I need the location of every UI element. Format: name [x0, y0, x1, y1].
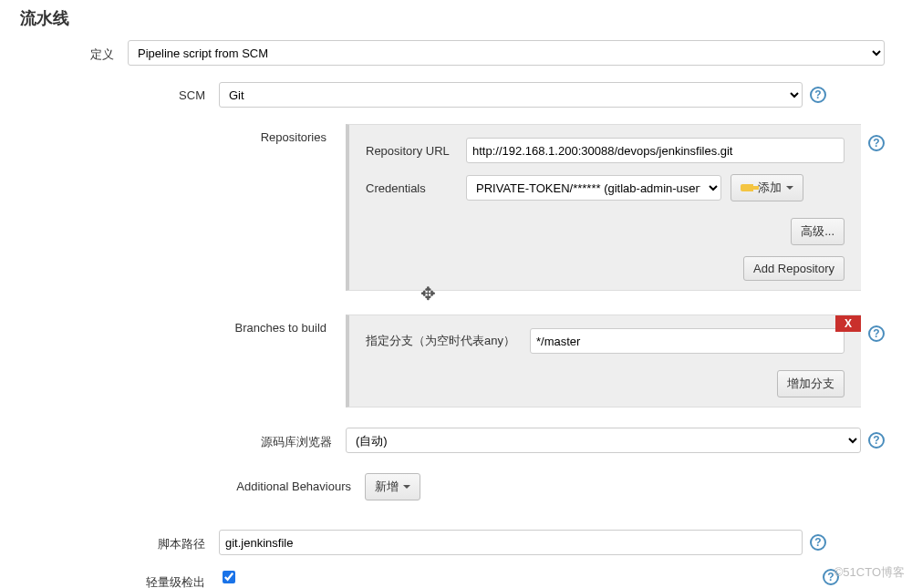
help-icon[interactable]: ?: [868, 135, 885, 151]
help-icon[interactable]: ?: [810, 87, 826, 103]
caret-down-icon: [786, 186, 793, 190]
help-icon[interactable]: ?: [810, 534, 826, 551]
repository-panel: Repository URL Credentials PRIVATE-TOKEN…: [346, 124, 861, 291]
section-title: 流水线: [0, 0, 912, 36]
script-path-input[interactable]: [219, 530, 803, 555]
script-path-label: 脚本路径: [0, 530, 219, 552]
help-icon[interactable]: ?: [868, 432, 885, 449]
definition-label: 定义: [0, 40, 128, 63]
add-credentials-label: 添加: [758, 180, 782, 196]
key-icon: [741, 184, 753, 191]
credentials-select[interactable]: PRIVATE-TOKEN/****** (gitlab-admin-usert…: [466, 175, 721, 201]
remove-branch-button[interactable]: X: [835, 315, 861, 332]
branch-panel: X 指定分支（为空时代表any） 增加分支: [346, 315, 861, 407]
scm-label: SCM: [0, 82, 219, 102]
add-repository-button[interactable]: Add Repository: [743, 256, 845, 281]
source-browser-select[interactable]: (自动): [346, 428, 861, 453]
watermark: ©51CTO博客: [834, 564, 905, 581]
advanced-button[interactable]: 高级...: [791, 218, 845, 245]
repositories-label: Repositories: [0, 124, 340, 144]
repository-url-input[interactable]: [466, 138, 845, 163]
branch-specifier-input[interactable]: [530, 328, 845, 354]
add-credentials-button[interactable]: 添加: [731, 174, 803, 201]
additional-behaviours-label: Additional Behaviours: [0, 473, 365, 493]
source-browser-label: 源码库浏览器: [0, 428, 346, 450]
caret-down-icon: [403, 485, 410, 489]
drag-handle-icon[interactable]: ✥: [420, 283, 436, 304]
credentials-label: Credentials: [366, 181, 457, 195]
add-branch-button[interactable]: 增加分支: [777, 370, 845, 397]
lightweight-checkbox[interactable]: [223, 571, 235, 583]
branches-label: Branches to build: [0, 315, 340, 335]
help-icon[interactable]: ?: [868, 325, 885, 342]
add-behaviour-button[interactable]: 新增: [365, 473, 420, 500]
add-behaviour-label: 新增: [375, 479, 399, 495]
lightweight-label: 轻量级检出: [0, 568, 219, 588]
scm-select[interactable]: Git: [219, 82, 803, 108]
branch-specifier-label: 指定分支（为空时代表any）: [366, 333, 521, 349]
repository-url-label: Repository URL: [366, 144, 457, 158]
definition-select[interactable]: Pipeline script from SCM: [128, 40, 885, 66]
